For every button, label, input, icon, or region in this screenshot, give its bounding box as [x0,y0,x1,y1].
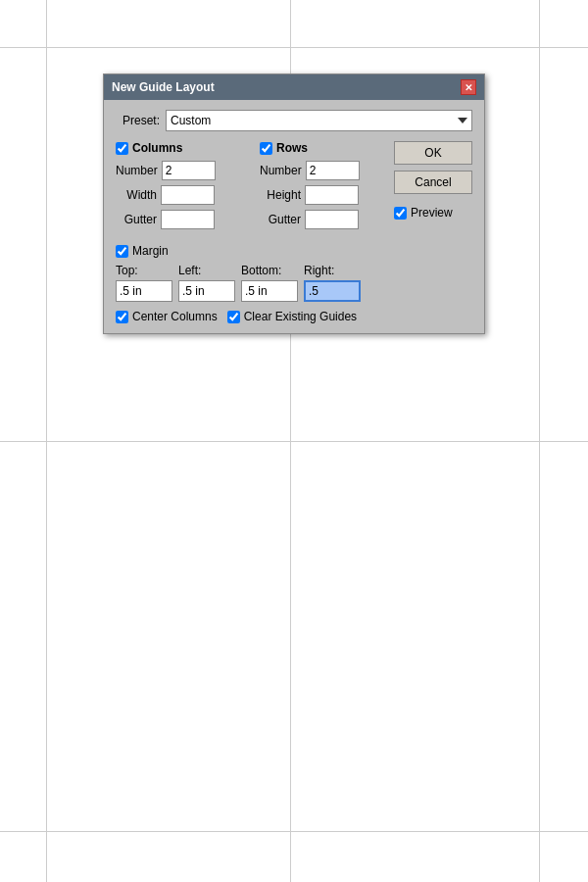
rows-number-row: Number [260,161,384,180]
columns-rows-area: Columns Number Width Gutter [116,141,384,234]
dialog-main: Columns Number Width Gutter [116,141,472,323]
clear-existing-checkbox[interactable] [227,311,240,323]
dialog-titlebar: New Guide Layout ✕ [104,74,484,100]
rows-label: Rows [276,141,308,155]
margin-label: Margin [132,244,169,258]
margin-top-label: Top: [116,264,138,277]
preview-label: Preview [411,206,453,220]
rows-section: Rows Number Height Gutter [260,141,384,234]
margin-right-label: Right: [304,264,334,277]
center-columns-text: Center Columns [132,310,218,323]
columns-number-label: Number [116,164,158,177]
dialog-body: Preset: Custom Grid Baseline Grid [104,100,484,333]
rows-checkbox[interactable] [260,142,272,155]
margin-fields-row: Top: Left: Bottom: [116,264,384,302]
columns-number-row: Number [116,161,240,180]
margin-bottom-label: Bottom: [241,264,281,277]
margin-header: Margin [116,244,384,258]
margin-right-group: Right: [304,264,361,302]
margin-top-input[interactable] [116,280,172,302]
margin-left-label: Left: [178,264,201,277]
center-columns-label: Center Columns [116,310,218,323]
preview-row: Preview [394,206,472,220]
preview-checkbox[interactable] [394,207,407,220]
columns-header: Columns [116,141,240,155]
dialog-title: New Guide Layout [112,80,215,94]
rows-gutter-label: Gutter [260,213,301,226]
rows-gutter-row: Gutter [260,210,384,229]
rows-number-input[interactable] [306,161,360,180]
rows-gutter-input[interactable] [305,210,359,229]
columns-number-input[interactable] [162,161,216,180]
rows-header: Rows [260,141,384,155]
cancel-button[interactable]: Cancel [394,171,472,194]
bottom-checkboxes: Center Columns Clear Existing Guides [116,310,384,323]
columns-gutter-label: Gutter [116,213,157,226]
columns-checkbox[interactable] [116,142,128,155]
clear-existing-label: Clear Existing Guides [227,310,357,323]
margin-left-group: Left: [178,264,235,302]
preset-row: Preset: Custom Grid Baseline Grid [116,110,472,131]
columns-width-label: Width [116,188,157,202]
center-columns-checkbox[interactable] [116,311,128,323]
rows-height-label: Height [260,188,301,202]
new-guide-layout-dialog: New Guide Layout ✕ Preset: Custom Grid B… [103,74,485,334]
ok-button[interactable]: OK [394,141,472,165]
clear-existing-text: Clear Existing Guides [244,310,357,323]
columns-width-row: Width [116,185,240,205]
margin-right-input[interactable] [304,280,361,302]
margin-bottom-input[interactable] [241,280,298,302]
columns-section: Columns Number Width Gutter [116,141,240,234]
preset-select[interactable]: Custom Grid Baseline Grid [166,110,472,131]
rows-number-label: Number [260,164,302,177]
dialog-overlay: New Guide Layout ✕ Preset: Custom Grid B… [0,0,588,882]
margin-left-input[interactable] [178,280,235,302]
columns-label: Columns [132,141,182,155]
close-button[interactable]: ✕ [461,79,476,95]
columns-width-input[interactable] [161,185,215,205]
margin-bottom-group: Bottom: [241,264,298,302]
dialog-left: Columns Number Width Gutter [116,141,384,323]
columns-gutter-row: Gutter [116,210,240,229]
columns-gutter-input[interactable] [161,210,215,229]
margin-section: Margin Top: Left: [116,244,384,302]
rows-height-row: Height [260,185,384,205]
dialog-buttons: OK Cancel Preview [394,141,472,323]
rows-height-input[interactable] [305,185,359,205]
margin-top-group: Top: [116,264,172,302]
margin-checkbox[interactable] [116,245,128,258]
preset-label: Preset: [116,114,160,127]
